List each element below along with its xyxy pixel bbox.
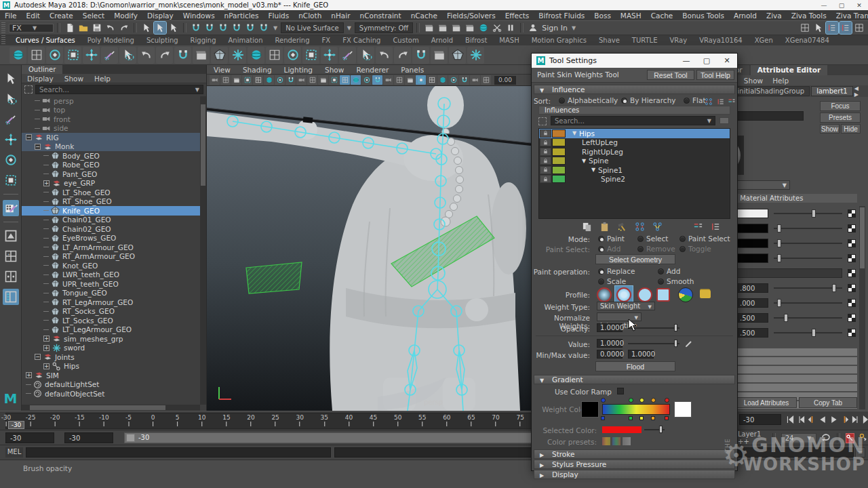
vi-menu-shading[interactable]: Shading <box>243 66 272 74</box>
value-slider[interactable] <box>628 339 679 348</box>
move-weights-icon[interactable] <box>633 220 646 232</box>
viewport-toggle-icon-12[interactable] <box>329 75 339 85</box>
paste-weights-icon[interactable] <box>598 220 610 232</box>
shelf-tab-mash[interactable]: MASH <box>493 37 525 44</box>
outliner-item-rig[interactable]: −RIG <box>22 133 200 142</box>
timeline-tick-45[interactable]: 45 <box>370 414 377 426</box>
influence-search-input[interactable]: Search...▼ <box>551 116 715 125</box>
outliner-item-lwr_teeth_geo[interactable]: LWR_teeth_GEO <box>22 270 200 280</box>
viewport-toggle-icon-13[interactable]: + <box>340 75 350 85</box>
shelf-tool-icon-7[interactable] <box>119 47 136 64</box>
chevron-down-icon[interactable]: ▼ <box>582 158 589 164</box>
ramp-stop[interactable] <box>639 398 644 403</box>
step-forward-frame-button[interactable] <box>850 413 860 426</box>
reset-tool-button[interactable]: Reset Tool <box>647 70 694 80</box>
viewport-3d-canvas[interactable]: persp <box>207 86 531 411</box>
hide-button[interactable]: Hide <box>841 124 861 134</box>
chevron-down-icon[interactable]: ▼ <box>346 25 353 31</box>
outliner-item-rt_shoe_geo[interactable]: RT_Shoe_GEO <box>22 197 200 207</box>
ae-slider-handle[interactable] <box>777 239 781 247</box>
timeline-tick-0[interactable]: 0 <box>151 414 155 426</box>
ae-slider-handle[interactable] <box>812 209 816 218</box>
ramp-interp-stop[interactable] <box>651 416 655 420</box>
menu-boss[interactable]: Boss <box>589 12 616 20</box>
menu-effects[interactable]: Effects <box>500 12 534 20</box>
copy-weights-icon[interactable] <box>580 220 593 232</box>
fps-dropdown[interactable]: 24 fps▼ <box>781 433 817 443</box>
focus-button[interactable]: Focus <box>820 101 861 111</box>
ae-value-field[interactable]: .800 <box>737 283 768 293</box>
ae-menu-help[interactable]: Help <box>772 77 789 85</box>
undo-icon[interactable] <box>104 22 117 34</box>
shelf-tab-vraya10164[interactable]: VRaya10164 <box>693 37 749 44</box>
shelf-tab-xgena07484[interactable]: XGena07484 <box>779 37 835 44</box>
timeline-tick-75[interactable]: 75 <box>516 414 524 426</box>
viewport-toggle-icon-21[interactable]: + <box>427 75 437 85</box>
outliner-item-joints[interactable]: −Joints <box>22 352 200 362</box>
viewport-toggle-icon-3[interactable] <box>231 75 241 85</box>
layout-outliner-persp[interactable] <box>3 289 19 305</box>
render-settings-icon[interactable] <box>464 22 476 34</box>
brush-profile-solid-icon[interactable] <box>637 287 652 302</box>
expand-icon[interactable]: + <box>26 372 32 378</box>
timeline-tick-60[interactable]: 60 <box>443 414 450 426</box>
ae-slider-handle[interactable] <box>832 284 836 292</box>
influence-hips[interactable]: ▼Hips <box>539 129 730 138</box>
snap-icon-6[interactable] <box>258 22 270 34</box>
viewport-toggle-icon-17[interactable] <box>383 75 393 85</box>
outliner-item-upr_teeth_geo[interactable]: UPR_teeth_GEO <box>22 279 200 289</box>
shelf-tool-icon-2[interactable] <box>28 47 45 64</box>
chevron-down-icon[interactable]: ▼ <box>591 167 598 173</box>
ae-slider-handle[interactable] <box>777 254 781 262</box>
display-section-header[interactable]: ▶ Display <box>534 470 735 479</box>
ae-slider[interactable] <box>774 258 842 259</box>
menu-nconstraint[interactable]: nConstraint <box>355 12 406 20</box>
presets-button[interactable]: Presets <box>820 113 861 123</box>
viewport-toggle-icon-10[interactable] <box>307 75 317 85</box>
menu-edit[interactable]: Edit <box>22 12 45 20</box>
texture-map-button[interactable] <box>848 239 856 247</box>
timeline-tick-30[interactable]: 30 <box>296 414 304 426</box>
render-current-icon[interactable] <box>437 22 449 34</box>
value-field[interactable]: 1.0000 <box>597 339 623 348</box>
menu-fluids[interactable]: Fluids <box>264 12 294 20</box>
snap-icon-1[interactable] <box>190 22 202 34</box>
grip-handle[interactable] <box>1 22 5 33</box>
shelf-tab-bifrost[interactable]: Bifrost <box>459 37 493 44</box>
min-value-field[interactable]: 0.0000 <box>597 350 623 359</box>
brush-profile-square-icon[interactable] <box>656 288 670 302</box>
ae-slider[interactable] <box>774 243 842 244</box>
influence-spine2[interactable]: Spine2 <box>539 175 730 184</box>
ae-slider-handle[interactable] <box>777 224 781 232</box>
snap-icon-2[interactable] <box>203 22 216 34</box>
outliner-item-defaultlightset[interactable]: defaultLightSet <box>22 380 200 390</box>
channel-box-toggle-icon[interactable] <box>853 22 865 34</box>
shelf-tool-icon-18[interactable] <box>321 47 338 64</box>
outliner-item-hips[interactable]: +Hips <box>22 362 200 371</box>
ramp-interp-stop[interactable] <box>601 416 605 420</box>
outliner-menu-show[interactable]: Show <box>64 75 83 83</box>
shelf-tool-icon-16[interactable] <box>284 47 301 64</box>
outliner-item-knot_geo[interactable]: Knot_GEO <box>22 261 200 270</box>
radio-replace[interactable]: Replace <box>598 267 635 275</box>
render-view-icon[interactable] <box>423 22 435 34</box>
texture-map-button[interactable] <box>848 254 856 262</box>
menu-windows[interactable]: Windows <box>178 12 220 20</box>
viewport-toggle-icon-11[interactable] <box>318 75 328 85</box>
folder-icon[interactable] <box>700 290 711 298</box>
time-slider[interactable]: -30-25-20-15-10-505101520253035404550556… <box>0 411 868 430</box>
viewport-toggle-icon-24[interactable] <box>459 75 469 85</box>
menu-nparticles[interactable]: nParticles <box>220 12 264 20</box>
shelf-tool-icon-10[interactable] <box>174 47 191 64</box>
opacity-field[interactable]: 1.0000 <box>597 323 623 332</box>
menu-display[interactable]: Display <box>142 12 178 20</box>
viewport-toggle-icon-16[interactable] <box>372 75 382 85</box>
vi-menu-lighting[interactable]: Lighting <box>284 66 313 74</box>
redo-icon[interactable] <box>118 22 130 34</box>
load-attributes-button[interactable]: Load Attributes <box>736 397 797 408</box>
texture-map-button[interactable] <box>848 284 856 292</box>
character-controls-icon[interactable] <box>812 22 825 34</box>
outliner-item-lt_armarmour_geo[interactable]: LT_ArmArmour_GEO <box>22 243 200 252</box>
play-forwards-button[interactable] <box>829 413 838 426</box>
outliner-item-rt_legarmour_geo[interactable]: RT_LegArmour_GEO <box>22 298 200 307</box>
